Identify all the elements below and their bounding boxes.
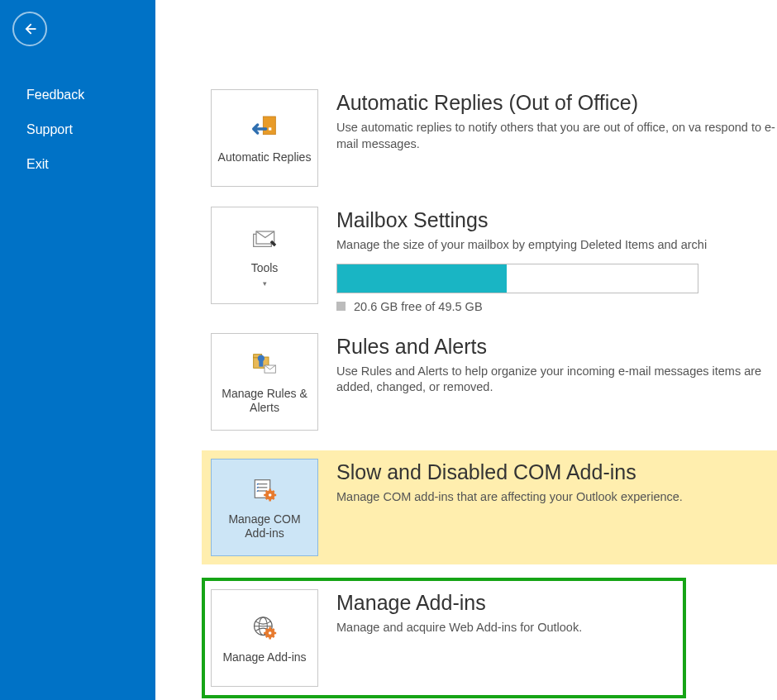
svg-line-22 — [266, 498, 268, 500]
section-desc-com-addins: Manage COM add-ins that are affecting yo… — [336, 489, 777, 506]
svg-line-23 — [273, 491, 274, 493]
row-automatic-replies: Automatic Replies Automatic Replies (Out… — [211, 89, 777, 187]
section-desc-mailbox-settings: Manage the size of your mailbox by empty… — [336, 237, 777, 254]
svg-point-28 — [269, 631, 272, 635]
svg-line-36 — [273, 629, 274, 631]
manage-addins-callout: Manage Add-ins Manage Add-ins Manage and… — [202, 578, 686, 698]
tools-tile[interactable]: Tools ▾ — [211, 207, 318, 304]
svg-line-34 — [273, 636, 274, 637]
tile-label: Manage COM Add-ins — [212, 512, 317, 539]
svg-line-21 — [273, 498, 274, 500]
svg-line-20 — [266, 491, 268, 493]
svg-rect-0 — [263, 117, 275, 135]
automatic-replies-tile[interactable]: Automatic Replies — [211, 89, 318, 187]
section-title-manage-addins: Manage Add-ins — [336, 591, 683, 615]
section-title-rules: Rules and Alerts — [336, 335, 777, 359]
svg-line-33 — [266, 629, 268, 631]
sidebar-item-exit[interactable]: Exit — [0, 147, 155, 182]
section-desc-rules: Use Rules and Alerts to help organize yo… — [336, 364, 777, 396]
dropdown-indicator-icon: ▾ — [263, 279, 267, 288]
content-pane: Automatic Replies Automatic Replies (Out… — [155, 0, 777, 700]
manage-addins-tile[interactable]: Manage Add-ins — [211, 589, 318, 687]
sidebar-item-feedback[interactable]: Feedback — [0, 78, 155, 112]
back-button[interactable] — [12, 12, 47, 46]
section-title-mailbox-settings: Mailbox Settings — [336, 208, 777, 232]
row-tools: Tools ▾ Mailbox Settings Manage the size… — [211, 207, 777, 313]
com-addins-icon — [248, 474, 281, 507]
mailbox-usage-bar — [336, 264, 698, 293]
mailbox-free-label: 20.6 GB free of 49.5 GB — [336, 300, 777, 313]
svg-point-15 — [269, 494, 272, 498]
manage-rules-tile[interactable]: Manage Rules & Alerts — [211, 333, 318, 431]
tools-icon — [248, 223, 281, 256]
section-title-com-addins: Slow and Disabled COM Add-ins — [336, 460, 777, 484]
tile-label: Tools — [246, 261, 284, 274]
svg-point-7 — [258, 355, 265, 362]
mailbox-usage-fill — [337, 264, 507, 293]
legend-square-icon — [336, 302, 346, 311]
manage-com-addins-tile[interactable]: Manage COM Add-ins — [211, 459, 318, 556]
automatic-replies-icon — [248, 112, 281, 145]
tile-label: Manage Add-ins — [217, 650, 311, 664]
rules-icon — [248, 349, 281, 382]
tile-label: Manage Rules & Alerts — [212, 387, 317, 413]
manage-addins-icon — [248, 612, 281, 645]
sidebar: Feedback Support Exit — [0, 0, 155, 700]
sidebar-item-support[interactable]: Support — [0, 112, 155, 147]
svg-rect-2 — [269, 127, 271, 130]
mailbox-free-text: 20.6 GB free of 49.5 GB — [354, 300, 483, 313]
row-com-addins-highlight: Manage COM Add-ins Slow and Disabled COM… — [202, 450, 777, 564]
tile-label: Automatic Replies — [213, 150, 317, 164]
row-rules: Manage Rules & Alerts Rules and Alerts U… — [211, 333, 777, 431]
section-title-automatic-replies: Automatic Replies (Out of Office) — [336, 91, 777, 115]
svg-rect-8 — [259, 361, 263, 367]
svg-line-35 — [266, 636, 268, 637]
section-desc-manage-addins: Manage and acquire Web Add-ins for Outlo… — [336, 620, 683, 636]
section-desc-automatic-replies: Use automatic replies to notify others t… — [336, 120, 777, 152]
arrow-left-icon — [21, 21, 38, 37]
